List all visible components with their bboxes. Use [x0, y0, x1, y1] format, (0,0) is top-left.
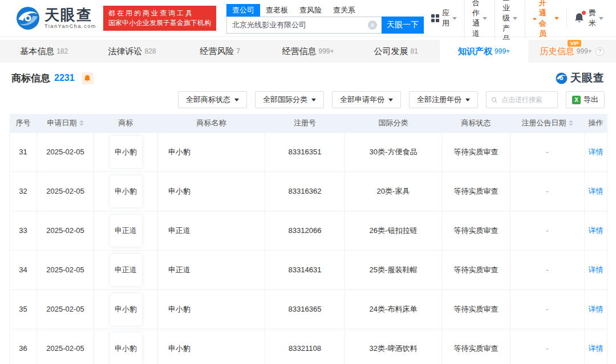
apps-grid-icon [431, 14, 439, 22]
trademark-image[interactable]: 申正道 [110, 215, 142, 247]
detail-link[interactable]: 详情 [589, 148, 603, 156]
table-header-row: 序号 申请日期 商标 商标名称 注册号 国际分类 商标状态 注册公告日期 操作 [10, 114, 607, 132]
excel-icon: X [572, 96, 581, 104]
cell-reg-announce-date: - [510, 329, 585, 364]
detail-link[interactable]: 详情 [589, 344, 603, 353]
menu-open-vip[interactable]: 开通会员 [525, 0, 566, 39]
cell-status: 等待实质审查 [442, 211, 510, 250]
filter-intl-class[interactable]: 全部国际分类 [255, 91, 324, 108]
menu-enterprise-products[interactable]: 企业级产品 [495, 0, 525, 44]
cell-mark-image: 申小豹 [94, 171, 158, 211]
cell-reg-number: 83316351 [265, 132, 345, 171]
cell-reg-announce-date: - [510, 250, 585, 289]
search-button[interactable]: 天眼一下 [382, 17, 424, 34]
chevron-down-icon [483, 17, 487, 20]
table-search-input[interactable] [500, 95, 553, 104]
detail-link[interactable]: 详情 [589, 226, 603, 235]
filter-register-year[interactable]: 全部注册年份 [409, 91, 478, 108]
search-tab-relation[interactable]: 查关系 [327, 4, 361, 17]
tab-company-development[interactable]: 公司发展 81 [352, 40, 440, 63]
chevron-down-icon [452, 17, 457, 20]
table-row: 32 2025-02-05 申小豹 申小豹 83316362 20类-家具 等待… [10, 171, 607, 211]
menu-partner-label: 合作通道 [472, 0, 480, 39]
tab-history-info[interactable]: VIP 历史信息 999+ ? [528, 40, 616, 63]
search-tab-boss[interactable]: 查老板 [260, 4, 294, 17]
top-bar: 天眼查 TianYanCha.com 都在用的商业查询工具 国家中小企业发展子基… [0, 0, 616, 37]
watermark-logo-icon [556, 72, 568, 84]
tab-operation-risk[interactable]: 经营风险 7 [176, 40, 264, 63]
cell-apply-date: 2025-02-05 [37, 132, 94, 171]
cell-index: 31 [10, 132, 37, 171]
chevron-down-icon [465, 99, 470, 101]
menu-apps-label: 应用 [442, 8, 449, 28]
tianyancha-logo[interactable]: 天眼查 TianYanCha.com [16, 6, 96, 30]
tab-basic-info[interactable]: 基本信息 182 [0, 40, 88, 63]
watermark-text: 天眼查 [570, 71, 605, 85]
trademark-image[interactable]: 申正道 [110, 254, 142, 286]
cell-intl-class: 32类-啤酒饮料 [345, 329, 442, 364]
cell-apply-date: 2025-02-05 [37, 329, 94, 364]
cell-mark-image: 申小豹 [94, 329, 158, 364]
cell-reg-announce-date: - [510, 171, 585, 211]
menu-vip-label: 开通会员 [539, 0, 552, 39]
col-reg-announce-date[interactable]: 注册公告日期 [510, 114, 585, 132]
cell-index: 36 [10, 329, 37, 364]
detail-link[interactable]: 详情 [589, 265, 603, 274]
top-menu: 应用 合作通道 企业级产品 开通会员 费米 [424, 0, 611, 44]
cell-reg-number: 83321108 [265, 329, 345, 364]
section-count: 2231 [54, 73, 75, 83]
cell-apply-date: 2025-02-05 [37, 289, 94, 329]
cell-reg-number: 83316365 [265, 289, 345, 329]
company-search-input[interactable] [226, 17, 382, 34]
cell-status: 等待实质审查 [442, 132, 510, 171]
trademark-image[interactable]: 申小豹 [110, 175, 142, 207]
export-button[interactable]: X 导出 [566, 91, 605, 108]
cell-mark-name: 申正道 [158, 250, 265, 289]
cell-mark-image: 申正道 [94, 211, 158, 250]
chevron-down-icon [311, 99, 316, 101]
search-module: 查公司 查老板 查风险 查关系 ✕ 天眼一下 [226, 5, 424, 34]
menu-user[interactable]: 费米 [566, 8, 611, 28]
filter-trademark-status[interactable]: 全部商标状态 [178, 91, 247, 108]
search-tab-risk[interactable]: 查风险 [294, 4, 327, 17]
detail-link[interactable]: 详情 [589, 305, 603, 313]
cell-action: 详情 [585, 289, 607, 329]
slogan-line1: 都在用的商业查询工具 [108, 9, 211, 18]
subscribe-bell-icon[interactable] [82, 72, 94, 84]
col-status: 商标状态 [442, 114, 510, 132]
slogan-line2: 国家中小企业发展子基金旗下机构 [108, 18, 211, 28]
tianyancha-logo-icon [16, 6, 40, 30]
table-row: 34 2025-02-05 申正道 申正道 83314631 25类-服装鞋帽 … [10, 250, 607, 289]
cell-mark-image: 申正道 [94, 250, 158, 289]
clear-search-icon[interactable]: ✕ [368, 21, 377, 30]
notification-bell-icon[interactable] [574, 13, 584, 24]
col-apply-date[interactable]: 申请日期 [37, 114, 94, 132]
trademark-image[interactable]: 申小豹 [110, 136, 142, 168]
tab-intellectual-property[interactable]: 知识产权 999+ [440, 40, 528, 63]
sort-icon[interactable] [569, 120, 573, 126]
help-icon[interactable]: ? [595, 47, 604, 56]
sort-icon[interactable] [79, 120, 84, 126]
cell-intl-class: 24类-布料床单 [345, 289, 442, 329]
tab-legal-litigation[interactable]: 法律诉讼 828 [88, 40, 176, 63]
trademark-table-body: 31 2025-02-05 申小豹 申小豹 83316351 30类-方便食品 … [10, 132, 607, 364]
brand-slogan-badge: 都在用的商业查询工具 国家中小企业发展子基金旗下机构 [103, 6, 216, 31]
tab-operation-info[interactable]: 经营信息 999+ [264, 40, 352, 63]
trademark-image[interactable]: 申小豹 [110, 333, 142, 364]
filter-apply-year[interactable]: 全部申请年份 [332, 91, 401, 108]
menu-apps[interactable]: 应用 [424, 8, 464, 28]
table-search-box[interactable] [486, 91, 558, 108]
search-tab-company[interactable]: 查公司 [226, 4, 260, 17]
trademark-image[interactable]: 申小豹 [110, 293, 142, 325]
menu-partner-channel[interactable]: 合作通道 [464, 0, 495, 39]
table-row: 33 2025-02-05 申正道 申正道 83312066 26类-钮扣拉链 … [10, 211, 607, 250]
cell-reg-announce-date: - [510, 211, 585, 250]
cell-index: 35 [10, 289, 37, 329]
col-mark-image: 商标 [94, 114, 158, 132]
vip-badge: VIP [568, 40, 582, 47]
table-row: 36 2025-02-05 申小豹 申小豹 83321108 32类-啤酒饮料 … [10, 329, 607, 364]
logo-domain: TianYanCha.com [44, 24, 96, 29]
logo-text: 天眼查 [44, 7, 96, 22]
detail-link[interactable]: 详情 [589, 187, 603, 195]
cell-intl-class: 30类-方便食品 [345, 132, 442, 171]
